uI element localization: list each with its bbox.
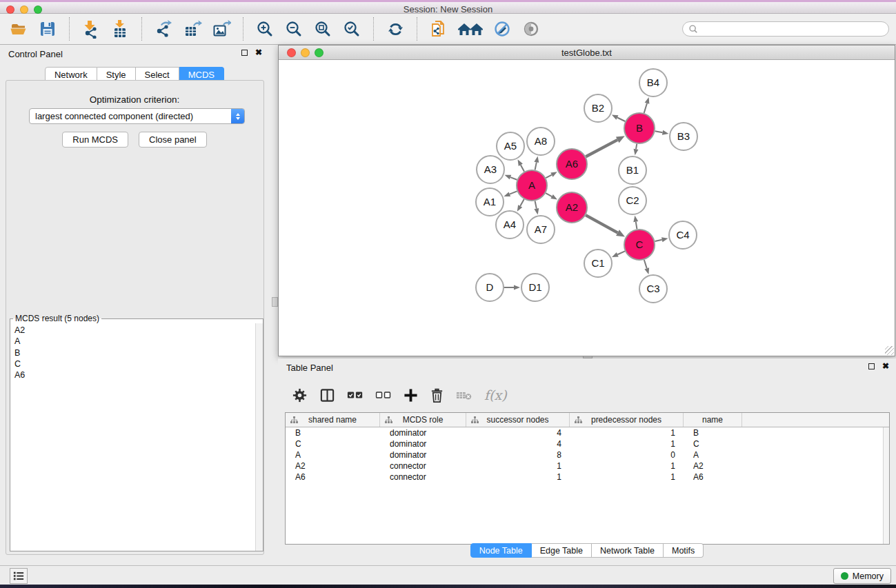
network-from-file-button[interactable] [427, 18, 450, 40]
export-image-button[interactable] [210, 18, 233, 40]
select-all-button[interactable] [347, 389, 364, 401]
result-item[interactable]: B [10, 347, 255, 358]
network-canvas[interactable]: AA1A2A3A4A5A6A7A8BB1B2B3B4CC1C2C3C4DD1 [279, 60, 895, 356]
table-row[interactable]: A6connector11A6 [286, 472, 889, 483]
edge-B-B2[interactable] [612, 115, 625, 121]
edge-A-A3[interactable] [505, 175, 517, 180]
edge-A-A7[interactable] [534, 201, 539, 215]
edge-A-A1[interactable] [504, 191, 517, 196]
node-A5[interactable]: A5 [497, 132, 524, 160]
zoom-in-button[interactable] [253, 18, 277, 40]
table-settings-button[interactable] [292, 387, 308, 403]
search-input[interactable] [701, 24, 883, 34]
column-header-predecessor-nodes[interactable]: predecessor nodes [570, 413, 684, 427]
deselect-all-button[interactable] [375, 389, 392, 401]
node-A[interactable]: A [517, 170, 547, 201]
table-row[interactable]: A2connector11A2 [286, 460, 889, 472]
import-network-button[interactable] [79, 18, 103, 40]
delete-table-button[interactable] [456, 389, 472, 401]
run-mcds-button[interactable]: Run MCDS [62, 132, 128, 148]
node-C4[interactable]: C4 [669, 221, 697, 249]
open-session-button[interactable] [7, 18, 30, 40]
node-B4[interactable]: B4 [639, 69, 667, 97]
node-A4[interactable]: A4 [496, 211, 524, 239]
table-row[interactable]: Adominator80A [286, 449, 889, 460]
float-table-panel-icon[interactable] [868, 363, 875, 369]
home-button[interactable] [456, 18, 485, 40]
node-C1[interactable]: C1 [584, 250, 612, 277]
node-D[interactable]: D [476, 274, 504, 301]
zoom-out-button[interactable] [282, 18, 306, 40]
result-item[interactable]: A [10, 336, 255, 347]
add-column-button[interactable] [404, 388, 418, 403]
edge-A-A2[interactable] [546, 193, 557, 199]
result-item[interactable]: A2 [10, 325, 255, 336]
zoom-fit-button[interactable] [311, 18, 335, 40]
result-list-scrollbar[interactable] [255, 323, 263, 551]
result-item[interactable]: C [10, 358, 255, 369]
eye-button[interactable] [519, 18, 543, 40]
export-table-button[interactable] [181, 18, 204, 40]
refresh-button[interactable] [384, 18, 407, 40]
save-session-button[interactable] [36, 18, 59, 40]
node-A7[interactable]: A7 [527, 216, 555, 243]
node-A6[interactable]: A6 [557, 149, 587, 179]
edge-B-B1[interactable] [634, 144, 639, 156]
edge-A2-C[interactable] [586, 215, 625, 236]
node-B2[interactable]: B2 [584, 94, 612, 122]
node-D1[interactable]: D1 [521, 274, 549, 301]
result-item[interactable]: A6 [10, 369, 255, 381]
edge-A-A5[interactable] [518, 159, 525, 171]
node-A1[interactable]: A1 [476, 188, 504, 216]
node-B3[interactable]: B3 [670, 123, 697, 150]
node-C2[interactable]: C2 [619, 187, 646, 214]
export-network-button[interactable] [152, 18, 175, 40]
node-A2[interactable]: A2 [557, 192, 587, 223]
criterion-dropdown[interactable]: largest connected component (directed) [29, 108, 245, 124]
node-C[interactable]: C [624, 230, 655, 260]
node-A3[interactable]: A3 [477, 156, 504, 183]
table-row[interactable]: Bdominator41B [286, 427, 889, 438]
edge-A-A8[interactable] [534, 156, 539, 170]
column-header-shared-name[interactable]: shared name [286, 413, 380, 427]
table-tab-network-table[interactable]: Network Table [592, 543, 664, 558]
network-window-titlebar[interactable]: testGlobe.txt [279, 45, 895, 60]
edge-A-A6[interactable] [546, 172, 557, 178]
edge-B-B4[interactable] [644, 97, 650, 113]
column-browser-button[interactable] [319, 387, 335, 403]
edge-A6-B[interactable] [586, 136, 624, 156]
table-tab-edge-table[interactable]: Edge Table [532, 543, 592, 558]
task-history-button[interactable] [10, 568, 28, 584]
zoom-selected-button[interactable] [340, 18, 364, 40]
edge-C-C4[interactable] [655, 237, 668, 242]
close-panel-button[interactable]: Close panel [139, 132, 207, 148]
graphics-details-button[interactable] [490, 18, 514, 40]
column-header-mcds-role[interactable]: MCDS role [380, 413, 466, 427]
column-header-successor-nodes[interactable]: successor nodes [466, 413, 570, 427]
table-tab-motifs[interactable]: Motifs [664, 543, 704, 558]
vertical-splitter-handle[interactable] [272, 297, 278, 307]
resize-grip[interactable] [885, 346, 894, 355]
delete-column-button[interactable] [430, 387, 444, 403]
node-B1[interactable]: B1 [619, 156, 646, 184]
edge-A-A4[interactable] [517, 199, 524, 212]
edge-D-D1[interactable] [504, 285, 520, 290]
edge-C-C3[interactable] [644, 260, 649, 274]
node-A8[interactable]: A8 [527, 128, 555, 155]
function-builder-button[interactable]: f(x) [484, 387, 507, 403]
close-panel-icon[interactable]: ✖ [255, 49, 262, 57]
node-B[interactable]: B [624, 113, 655, 143]
edge-C-C2[interactable] [633, 216, 638, 230]
table-scrollbar[interactable] [883, 427, 889, 544]
import-table-button[interactable] [108, 18, 132, 40]
edge-C-C1[interactable] [612, 251, 625, 257]
table-row[interactable]: Cdominator41C [286, 438, 889, 449]
close-table-panel-icon[interactable]: ✖ [882, 363, 889, 370]
column-header-name[interactable]: name [684, 413, 742, 427]
node-C3[interactable]: C3 [639, 275, 667, 303]
memory-button[interactable]: Memory [833, 568, 891, 584]
edge-B-B3[interactable] [655, 130, 669, 135]
svg-text:B1: B1 [626, 164, 639, 176]
table-tab-node-table[interactable]: Node Table [470, 543, 532, 558]
float-panel-icon[interactable] [241, 50, 248, 56]
